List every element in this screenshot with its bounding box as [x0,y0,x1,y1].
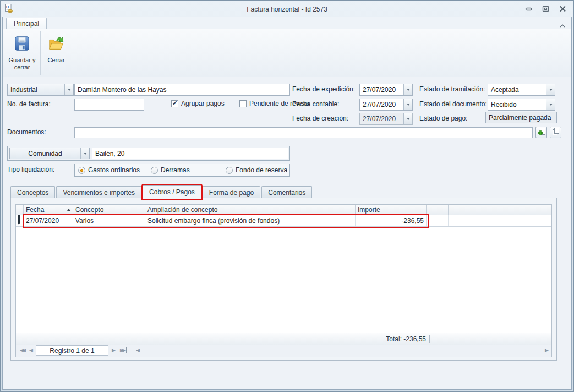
ribbon-separator [72,31,72,75]
radio-fondo-reserva[interactable]: Fondo de reserva [226,166,287,174]
documentos-label: Documentos: [7,128,46,136]
floppy-disk-icon [14,35,30,54]
column-header-importe[interactable]: Importe [356,205,427,215]
radio-icon[interactable] [78,167,85,174]
tab-conceptos[interactable]: Conceptos [10,186,55,198]
radio-icon[interactable] [151,167,158,174]
tab-comentarios[interactable]: Comentarios [261,186,312,198]
fecha-expedicion-picker[interactable]: 27/07/2020 [359,84,413,96]
fecha-expedicion-label: Fecha de expedición: [292,85,355,93]
previous-record-button[interactable]: ◀ [29,347,33,353]
tipo-liquidacion-group: Gastos ordinarios Derramas Fondo de rese… [74,164,290,177]
chevron-up-icon[interactable] [559,20,566,30]
fecha-expedicion-value: 27/07/2020 [360,84,403,95]
estado-tramitacion-combo[interactable]: Aceptada [488,84,555,96]
row-indicator-header [16,205,24,215]
estado-documento-label: Estado del documento: [419,100,487,108]
radio-derramas-label: Derramas [161,166,190,174]
comunidad-value-field[interactable]: Bailén, 20 [92,148,288,159]
chevron-down-icon[interactable] [403,99,412,110]
radio-derramas[interactable]: Derramas [151,166,190,174]
close-invoice-button[interactable]: Cerrar [42,31,70,75]
column-header-filler [472,205,551,215]
fecha-contable-label: Fecha contable: [292,100,339,108]
cell-importe[interactable]: -236,55 [356,215,427,226]
agrupar-pagos-checkbox[interactable]: Agrupar pagos [171,100,225,107]
estado-documento-combo[interactable]: Recibido [488,99,555,111]
chevron-down-icon[interactable] [546,84,555,95]
comunidad-button-label: Comunidad [10,148,80,159]
chevron-down-icon [403,113,412,124]
cell-filler [472,215,551,226]
radio-icon[interactable] [226,167,233,174]
copy-document-button[interactable] [550,127,561,138]
column-header-concepto[interactable]: Concepto [73,205,145,215]
app-window: H Factura horizontal - Id 2573 Principal [0,0,574,392]
comunidad-selector-button[interactable]: Comunidad [9,148,90,159]
footer-separator [429,335,430,343]
estado-tramitacion-value: Aceptada [488,84,546,95]
chevron-down-icon[interactable] [80,148,89,159]
ribbon-separator [40,31,41,75]
estado-documento-value: Recibido [488,99,546,110]
scroll-left-arrow[interactable]: ◀ [136,347,140,353]
title-bar: H Factura horizontal - Id 2573 [2,2,572,17]
grid-header: Fecha Concepto Ampliación de concepto Im… [16,205,551,215]
grid-footer: Total: -236,55 [16,333,551,345]
tab-forma-pago[interactable]: Forma de pago [203,186,260,198]
record-counter: Registro 1 de 1 [36,345,108,356]
column-header-fecha[interactable]: Fecha [24,205,73,215]
fecha-creacion-value: 27/07/2020 [360,113,403,124]
cell-concepto[interactable]: Varios [73,215,145,226]
fecha-contable-value: 27/07/2020 [360,99,403,110]
last-record-button[interactable]: ▶▶ [119,347,127,353]
tipo-tercero-value: Industrial [8,84,64,95]
fecha-header-label: Fecha [26,206,44,214]
tipo-tercero-combo[interactable]: Industrial [7,84,74,96]
scroll-right-arrow[interactable]: ▶ [545,347,549,353]
column-header-empty1[interactable] [427,205,449,215]
estado-tramitacion-label: Estado de tramitación: [419,85,485,93]
chevron-down-icon[interactable] [546,99,555,110]
fecha-creacion-label: Fecha de creación: [292,115,348,122]
no-factura-label: No. de factura: [7,100,51,108]
fecha-contable-picker[interactable]: 27/07/2020 [359,99,413,111]
chevron-down-icon[interactable] [64,84,73,95]
column-header-empty2[interactable] [449,205,472,215]
tab-vencimientos[interactable]: Vencimientos e importes [56,186,141,198]
documentos-field[interactable] [74,127,533,138]
maximize-button[interactable] [540,4,550,13]
estado-pago-field: Parcialmente pagada [485,112,557,123]
radio-fondo-label: Fondo de reserva [236,166,287,174]
close-invoice-label: Cerrar [47,57,64,64]
no-factura-input[interactable] [74,99,144,111]
checkbox-icon[interactable] [239,100,247,107]
fecha-creacion-picker: 27/07/2020 [359,113,413,125]
record-navigator: ◀◀ ◀ Registro 1 de 1 ▶ ▶▶ ◀ ▶ [16,345,551,357]
close-button[interactable] [557,4,567,13]
radio-gastos-ordinarios[interactable]: Gastos ordinarios [78,166,140,174]
table-row[interactable]: 27/07/2020 Varios Solicitud embargo finc… [16,215,551,227]
checkbox-icon[interactable] [171,100,178,107]
ribbon: Guardar y cerrar Cerrar [3,29,571,77]
first-record-button[interactable]: ◀◀ [19,347,26,353]
cell-ampliacion[interactable]: Solicitud embargo finca (provisión de fo… [145,215,356,226]
cobros-pagos-panel: Fecha Concepto Ampliación de concepto Im… [10,198,557,361]
ribbon-tab-principal[interactable]: Principal [6,18,47,29]
tab-cobros-pagos[interactable]: Cobros / Pagos [143,185,201,199]
next-record-button[interactable]: ▶ [112,347,116,353]
detail-tabs: Conceptos Vencimientos e importes Cobros… [10,184,313,198]
window-title: Factura horizontal - Id 2573 [2,6,572,13]
tercero-nombre-field[interactable]: Damián Montero de las Hayas [74,84,290,96]
cell-fecha[interactable]: 27/07/2020 [24,215,73,226]
chevron-down-icon[interactable] [403,84,412,95]
agrupar-pagos-label: Agrupar pagos [181,100,225,107]
tipo-liquidacion-label: Tipo liquidación: [7,166,54,173]
column-header-ampliacion[interactable]: Ampliación de concepto [145,205,356,215]
add-document-button[interactable] [535,127,547,138]
estado-pago-label: Estado de pago: [419,115,467,122]
add-document-icon [537,127,546,138]
row-indicator-icon [16,215,24,226]
minimize-button[interactable] [523,4,533,13]
save-and-close-button[interactable]: Guardar y cerrar [6,31,39,75]
